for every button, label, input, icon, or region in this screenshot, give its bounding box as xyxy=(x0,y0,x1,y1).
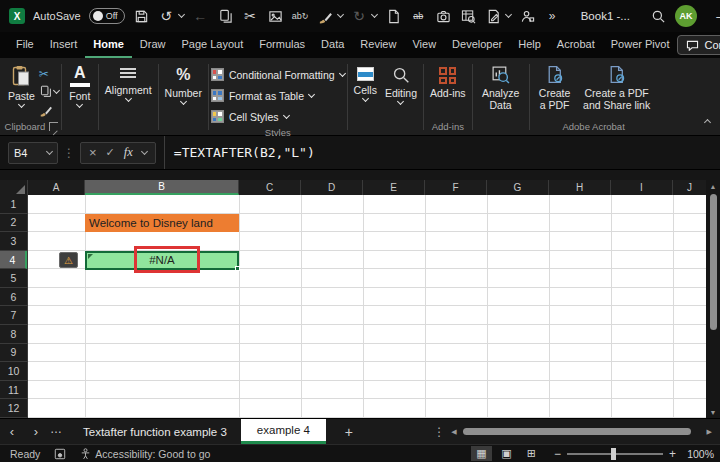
column-header[interactable]: D xyxy=(301,180,363,195)
search-icon[interactable] xyxy=(650,7,667,25)
fill-handle[interactable] xyxy=(235,266,240,271)
create-pdf-share-button[interactable]: Create a PDF and Share link xyxy=(578,61,656,111)
cells-button[interactable]: Cells xyxy=(350,61,381,101)
ribbon-tab[interactable]: Review xyxy=(352,32,404,58)
cell-styles-button[interactable]: Cell Styles xyxy=(211,106,345,127)
cells-area[interactable]: Welcome to Disney land ⚠ #N/A xyxy=(28,195,706,418)
row-header[interactable]: 2 xyxy=(0,214,27,233)
vertical-scrollbar[interactable]: ▲ ▼ xyxy=(706,180,720,418)
row-header[interactable]: 8 xyxy=(0,325,27,344)
ribbon-tab[interactable]: Power Pivot xyxy=(603,32,678,58)
format-painter-icon[interactable] xyxy=(317,7,334,25)
row-header[interactable]: 4 xyxy=(0,251,27,270)
format-painter-button[interactable] xyxy=(39,102,59,117)
analyze-data-button[interactable]: Analyze Data xyxy=(475,61,527,111)
row-header[interactable]: 7 xyxy=(0,306,27,325)
select-all-corner[interactable] xyxy=(0,180,28,195)
column-header[interactable]: J xyxy=(673,180,706,195)
new-sheet-icon[interactable]: + xyxy=(334,424,364,440)
sheet-tab-textafter-example-3[interactable]: Textafter function example 3 xyxy=(69,419,241,444)
image-icon[interactable] xyxy=(267,7,284,25)
format-as-table-button[interactable]: Format as Table xyxy=(211,85,345,106)
copy-button[interactable] xyxy=(39,84,59,99)
ribbon-tab[interactable]: Data xyxy=(313,32,352,58)
collapse-ribbon-icon[interactable] xyxy=(705,111,710,129)
clipboard-dialog-launcher-icon[interactable] xyxy=(49,122,58,131)
undo-icon[interactable]: ↺ xyxy=(158,7,175,25)
column-header[interactable]: A xyxy=(28,180,85,195)
permissions-icon[interactable] xyxy=(519,7,536,25)
column-header[interactable]: C xyxy=(239,180,301,195)
cut-icon[interactable]: ✂ xyxy=(242,7,259,25)
formula-bar-handle-icon[interactable]: ⋮ xyxy=(63,146,75,160)
table-lookup-icon[interactable] xyxy=(460,7,477,25)
find-replace-icon[interactable]: ab↻ xyxy=(292,7,309,25)
ribbon-tab[interactable]: Page Layout xyxy=(173,32,251,58)
strikethrough-icon[interactable]: ab xyxy=(410,7,427,25)
zoom-in-icon[interactable]: + xyxy=(669,447,676,461)
cut-button[interactable]: ✂ xyxy=(39,66,59,81)
conditional-formatting-button[interactable]: Conditional Formatting xyxy=(211,64,345,85)
ribbon-tab[interactable]: Insert xyxy=(42,32,86,58)
row-header[interactable]: 10 xyxy=(0,362,27,381)
column-header[interactable]: B xyxy=(85,180,239,195)
formula-bar-expand-icon[interactable] xyxy=(141,147,148,154)
error-warning-button[interactable]: ⚠ xyxy=(59,252,78,268)
row-header[interactable]: 11 xyxy=(0,381,27,400)
user-avatar[interactable]: AK xyxy=(675,5,697,27)
document-edit-icon[interactable] xyxy=(485,7,502,25)
save-icon[interactable] xyxy=(133,7,150,25)
normal-view-icon[interactable]: ▦ xyxy=(471,446,492,461)
hscroll-left-icon[interactable]: ◀ xyxy=(451,428,456,436)
page-layout-view-icon[interactable]: ▣ xyxy=(496,446,517,461)
row-header[interactable]: 3 xyxy=(0,232,27,251)
copy-icon[interactable] xyxy=(217,7,234,25)
column-header[interactable]: E xyxy=(363,180,425,195)
paste-button[interactable]: Paste xyxy=(4,61,39,107)
new-document-icon[interactable] xyxy=(385,7,402,25)
autosave-toggle[interactable]: Off xyxy=(89,8,125,24)
create-pdf-button[interactable]: Create a PDF xyxy=(532,61,578,111)
alignment-button[interactable]: Alignment xyxy=(101,61,156,101)
insert-function-icon[interactable]: fx xyxy=(124,145,133,160)
cancel-icon[interactable]: × xyxy=(89,145,97,160)
row-header[interactable]: 1 xyxy=(0,195,27,214)
column-header[interactable]: F xyxy=(425,180,487,195)
zoom-out-icon[interactable]: − xyxy=(554,447,561,461)
column-header[interactable]: H xyxy=(549,180,611,195)
cell-b2[interactable]: Welcome to Disney land xyxy=(85,214,239,233)
scroll-up-icon[interactable]: ▲ xyxy=(710,180,717,192)
minimize-button[interactable]: – xyxy=(705,0,720,32)
addins-button[interactable]: Add-ins xyxy=(426,61,470,99)
column-header[interactable]: I xyxy=(611,180,673,195)
ribbon-tab[interactable]: File xyxy=(8,32,42,58)
comments-button[interactable]: Comments xyxy=(677,35,720,55)
formula-input[interactable]: =TEXTAFTER(B2,"L") xyxy=(164,136,720,169)
previous-sheet-icon[interactable]: ‹ xyxy=(0,424,24,439)
ribbon-tab[interactable]: Home xyxy=(85,32,132,58)
name-box[interactable]: B4 xyxy=(8,142,58,164)
sheet-tab-example-4[interactable]: example 4 xyxy=(241,419,326,444)
more-commands-icon[interactable]: » xyxy=(544,7,561,25)
ribbon-tab[interactable]: Draw xyxy=(132,32,174,58)
camera-icon[interactable] xyxy=(435,7,452,25)
row-header[interactable]: 12 xyxy=(0,399,27,418)
hscroll-right-icon[interactable]: ▶ xyxy=(707,428,712,436)
row-header[interactable]: 6 xyxy=(0,288,27,307)
horizontal-scroll-thumb[interactable] xyxy=(463,428,691,435)
ribbon-tab[interactable]: Acrobat xyxy=(549,32,603,58)
zoom-level[interactable]: 100% xyxy=(680,448,714,460)
all-sheets-icon[interactable]: … xyxy=(50,422,63,436)
ribbon-tab[interactable]: Developer xyxy=(444,32,510,58)
ribbon-tab[interactable]: View xyxy=(404,32,444,58)
enter-icon[interactable]: ✓ xyxy=(106,146,115,159)
accessibility-status[interactable]: Accessibility: Good to go xyxy=(80,448,210,460)
macro-record-button[interactable] xyxy=(54,448,66,460)
row-header[interactable]: 5 xyxy=(0,269,27,288)
format-painter-dropdown-icon[interactable] xyxy=(338,15,343,17)
undo-dropdown-icon[interactable] xyxy=(179,15,184,17)
zoom-slider-thumb[interactable] xyxy=(611,448,616,460)
next-sheet-icon[interactable]: › xyxy=(24,424,48,439)
ribbon-tab[interactable]: Formulas xyxy=(251,32,313,58)
vertical-scroll-thumb[interactable] xyxy=(710,194,717,330)
